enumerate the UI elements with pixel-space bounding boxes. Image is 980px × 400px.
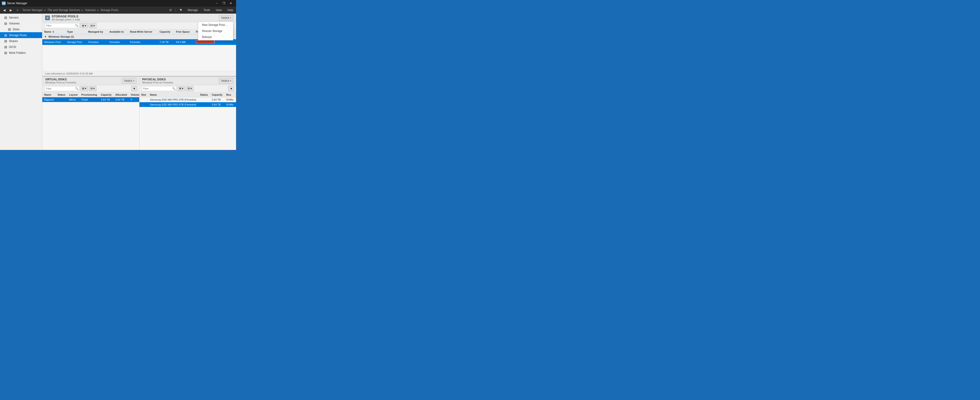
physical-disks-actions: TASKS ▾ — [219, 78, 233, 84]
pool-free-space: 44.0 MB — [174, 39, 194, 45]
storage-pools-header: 🖥 STORAGE POOLS All storage pools | 1 to… — [42, 14, 236, 22]
pd-col-usage[interactable]: Usage — [235, 92, 236, 97]
flag-icon[interactable]: ⚑ — [178, 8, 184, 13]
vd-grid-view-button[interactable]: ⊞ ▾ — [80, 86, 88, 91]
pool-available-to: Fenestra — [107, 39, 128, 45]
vd-col-layout[interactable]: Layout — [67, 92, 80, 97]
vd-col-volume[interactable]: Volume — [129, 92, 139, 97]
forward-button[interactable]: ▶ — [8, 7, 14, 13]
storage-pools-grid-view-button[interactable]: ⊞ ▾ — [80, 23, 88, 28]
physical-disk-row-0[interactable]: Samsung SSD 990 PRO 4TB (Fenestra) 3.64 … — [139, 97, 236, 102]
vd-filter-button[interactable]: ⊟ ▾ — [89, 86, 96, 91]
back-button[interactable]: ◀ — [1, 7, 8, 13]
vd-name: Bigpond — [42, 97, 56, 102]
virtual-disk-row[interactable]: Bigpond Mirror Fixed 3.64 TB 3.64 TB F: … — [42, 97, 139, 102]
vd-col-capacity[interactable]: Capacity — [99, 92, 114, 97]
tools-menu[interactable]: Tools — [202, 8, 212, 13]
close-button[interactable]: ✕ — [228, 1, 234, 6]
virtual-disks-tasks-button[interactable]: TASKS ▾ — [122, 78, 136, 84]
pd-grid-view-button[interactable]: ⊞ ▾ — [178, 86, 185, 91]
col-name[interactable]: Name ⇅ — [42, 29, 65, 34]
pd-col-bus[interactable]: Bus — [224, 92, 235, 97]
col-capacity[interactable]: Capacity — [158, 29, 174, 34]
pd-col-slot[interactable]: Slot — [139, 92, 148, 97]
group-expand-arrow[interactable]: ▼ — [44, 35, 47, 38]
col-type[interactable]: Type — [65, 29, 86, 34]
col-free-space[interactable]: Free Space — [174, 29, 194, 34]
menu-bar-right: ↺ | ⚑ Manage Tools View Help — [168, 8, 235, 13]
view-menu[interactable]: View — [214, 8, 224, 13]
work-folders-icon: ▤ — [4, 51, 8, 54]
vd-search-icon[interactable]: 🔍 — [75, 87, 78, 90]
pd-header-row: Slot Name Status Capacity Bus Usage Chas… — [139, 92, 236, 97]
vd-provisioning: Fixed — [80, 97, 99, 102]
storage-pools-filter-input[interactable] — [44, 23, 80, 28]
help-menu[interactable]: Help — [226, 8, 235, 13]
vd-status — [56, 97, 67, 102]
vd-allocated: 3.64 TB — [114, 97, 129, 102]
sidebar-item-work-folders[interactable]: ▤ Work Folders — [0, 50, 42, 56]
physical-disks-header: PHYSICAL DISKS Windows Pool on Fenestra … — [139, 77, 236, 85]
col-available-to[interactable]: Available to — [107, 29, 128, 34]
pd-status-1 — [198, 102, 210, 107]
vd-col-name[interactable]: Name — [42, 92, 56, 97]
dropdown-refresh[interactable]: Refresh — [198, 34, 233, 40]
pd-col-name[interactable]: Name — [148, 92, 198, 97]
sidebar-label-disks: Disks — [13, 28, 19, 31]
storage-pools-filter-button[interactable]: ⊟ ▾ — [89, 23, 96, 28]
vd-col-status[interactable]: Status — [56, 92, 67, 97]
sidebar-item-volumes[interactable]: ▤ Volumes — [0, 21, 42, 26]
virtual-disks-filter-input[interactable] — [44, 86, 80, 91]
storage-pools-title: STORAGE POOLS — [52, 14, 80, 18]
sidebar-item-disks[interactable]: ▤ Disks — [0, 26, 42, 32]
physical-disks-title: PHYSICAL DISKS — [142, 78, 173, 81]
pd-name-0: Samsung SSD 990 PRO 4TB (Fenestra) — [148, 97, 198, 102]
manage-menu[interactable]: Manage — [186, 8, 200, 13]
physical-disk-row-1[interactable]: Samsung SSD 990 PRO 4TB (Fenestra) 3.64 … — [139, 102, 236, 107]
storage-pools-header-icon: 🖥 — [45, 16, 50, 20]
physical-disks-section: PHYSICAL DISKS Windows Pool on Fenestra … — [139, 77, 236, 150]
restore-button[interactable]: ❒ — [221, 1, 227, 6]
nav-dropdown-button[interactable]: ▾ — [14, 7, 21, 13]
sidebar-item-servers[interactable]: ▤ Servers — [0, 14, 42, 21]
pd-col-capacity[interactable]: Capacity — [210, 92, 224, 97]
dropdown-rescan-storage[interactable]: Rescan Storage — [198, 28, 233, 34]
vd-col-provisioning[interactable]: Provisioning — [80, 92, 99, 97]
filter-search-icon[interactable]: 🔍 — [75, 24, 78, 27]
bottom-sections: VIRTUAL DISKS Windows Pool on Fenestra T… — [42, 76, 236, 150]
col-managed-by[interactable]: Managed by — [86, 29, 107, 34]
filter-input-wrap: 🔍 — [44, 23, 80, 28]
physical-disks-tasks-button[interactable]: TASKS ▾ — [219, 78, 233, 84]
sidebar-label-work-folders: Work Folders — [9, 51, 25, 54]
pd-col-status[interactable]: Status — [198, 92, 210, 97]
pd-filter-button[interactable]: ⊟ ▾ — [186, 86, 194, 91]
pd-name-1: Samsung SSD 990 PRO 4TB (Fenestra) — [148, 102, 198, 107]
breadcrumb-volumes[interactable]: Volumes — [85, 8, 96, 12]
physical-disks-table-container[interactable]: Slot Name Status Capacity Bus Usage Chas… — [139, 92, 236, 150]
sidebar-item-shares[interactable]: ▤ Shares — [0, 38, 42, 44]
breadcrumb-server-manager[interactable]: Server Manager — [22, 8, 43, 12]
pd-tasks-arrow: ▾ — [230, 80, 231, 82]
vd-col-allocated[interactable]: Allocated — [114, 92, 129, 97]
vd-layout: Mirror — [67, 97, 80, 102]
pd-collapse-button[interactable]: ▼ — [228, 86, 234, 91]
sidebar-item-storage-pools[interactable]: ▤ Storage Pools — [0, 32, 42, 38]
vd-header-row: Name Status Layout Provisioning Capacity… — [42, 92, 139, 97]
vd-collapse-button[interactable]: ▼ — [131, 86, 137, 91]
dropdown-new-storage-pool[interactable]: New Storage Pool... — [198, 22, 233, 28]
storage-pools-subtitle: All storage pools | 1 total — [52, 18, 80, 21]
refresh-icon[interactable]: ↺ — [168, 8, 173, 13]
col-read-write-server[interactable]: Read-Write Server — [128, 29, 158, 34]
pd-search-icon[interactable]: 🔍 — [172, 87, 176, 90]
servers-icon: ▤ — [4, 16, 8, 19]
virtual-disks-table-container[interactable]: Name Status Layout Provisioning Capacity… — [42, 92, 139, 150]
physical-disks-filter-input[interactable] — [141, 86, 177, 91]
vd-capacity: 3.64 TB — [99, 97, 114, 102]
title-bar-controls: − ❒ ✕ — [213, 1, 234, 6]
breadcrumb-storage-pools[interactable]: Storage Pools — [101, 8, 118, 12]
minimize-button[interactable]: − — [213, 1, 220, 6]
breadcrumb-file-storage[interactable]: File and Storage Services — [48, 8, 80, 12]
title-bar-title: Server Manager — [7, 2, 213, 5]
sidebar-item-iscsi[interactable]: ▤ iSCSI — [0, 44, 42, 50]
storage-pools-tasks-button[interactable]: TASKS ▾ — [219, 15, 233, 21]
